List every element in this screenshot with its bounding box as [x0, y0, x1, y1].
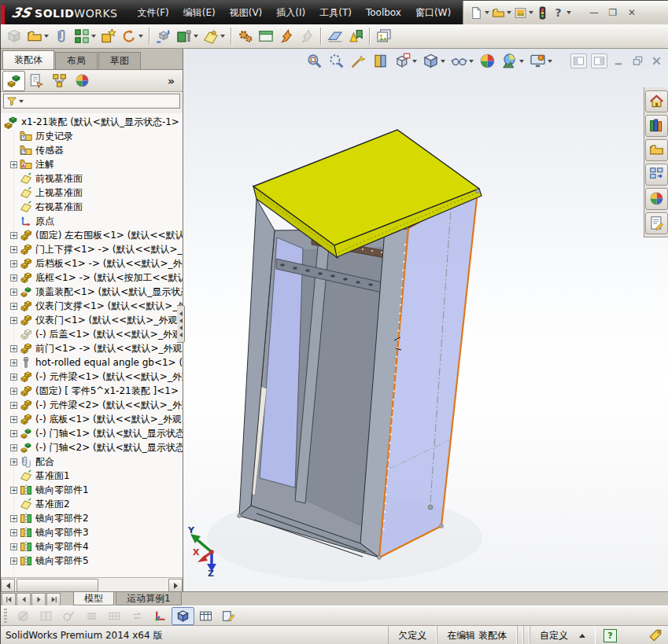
- expand-toggle[interactable]: [10, 558, 17, 565]
- toolbar-button[interactable]: [153, 26, 174, 46]
- toolbar-button[interactable]: [345, 26, 366, 46]
- expand-toggle[interactable]: [10, 246, 17, 253]
- panel-overflow-chevron[interactable]: »: [168, 75, 175, 87]
- quick-button[interactable]: ?: [552, 6, 571, 20]
- toolbar-button[interactable]: [374, 26, 394, 46]
- dropdown-arrow-icon[interactable]: [194, 35, 198, 38]
- feature-tree-item[interactable]: (-) 后盖<1> (默认<<默认>_外观: [1, 327, 183, 341]
- toolbar-button[interactable]: [235, 26, 256, 46]
- toolbar-button[interactable]: [276, 26, 297, 46]
- menu-item[interactable]: 编辑(E): [176, 1, 223, 24]
- quick-button[interactable]: [514, 6, 533, 20]
- feature-tree-item[interactable]: 镜向零部件3: [1, 525, 183, 539]
- feature-tree-item[interactable]: 后档板<1> -> (默认<<默认>_外观: [1, 256, 183, 270]
- tab-nav-button[interactable]: [31, 593, 46, 606]
- feature-tree-item[interactable]: 配合: [1, 454, 183, 469]
- toolbar-button[interactable]: [174, 26, 201, 46]
- expand-toggle[interactable]: [10, 289, 17, 296]
- feature-tree-item[interactable]: hot-rolled equal angle gb<1> (: [1, 355, 183, 370]
- feature-tree-item[interactable]: 原点: [1, 214, 183, 228]
- motion-toolbar-button[interactable]: [149, 607, 172, 625]
- feature-tree-item[interactable]: 镜向零部件1: [1, 483, 183, 497]
- motion-toolbar-button[interactable]: [57, 607, 80, 625]
- dropdown-arrow-icon[interactable]: [91, 35, 96, 38]
- feature-tree-item[interactable]: 顶盖装配<1> (默认<默认_显示状态: [1, 285, 183, 299]
- filter-funnel-icon[interactable]: [6, 96, 17, 107]
- toolbar-button[interactable]: [369, 28, 371, 45]
- command-tab[interactable]: 草图: [98, 52, 141, 69]
- expand-toggle[interactable]: [10, 515, 17, 522]
- motion-toolbar-button[interactable]: [194, 607, 217, 625]
- tree-horizontal-scrollbar[interactable]: [1, 577, 183, 591]
- view-tool-button[interactable]: [372, 53, 389, 69]
- task-pane-button[interactable]: [645, 139, 668, 161]
- view-tool-button[interactable]: [328, 53, 345, 69]
- feature-tree-item[interactable]: 镜向零部件4: [1, 539, 183, 554]
- toolbar-button[interactable]: [119, 26, 146, 46]
- task-pane-button[interactable]: [645, 115, 668, 137]
- unit-system-cell[interactable]: 自定义: [530, 626, 596, 644]
- view-tool-button[interactable]: [394, 53, 417, 69]
- quick-button[interactable]: [470, 6, 489, 20]
- scroll-left-button[interactable]: [1, 579, 15, 592]
- feature-tree-item[interactable]: 镜向零部件2: [1, 511, 183, 525]
- dropdown-arrow-icon[interactable]: [567, 11, 571, 14]
- expand-toggle[interactable]: [10, 374, 17, 381]
- feature-tree-item[interactable]: 历史记录: [1, 129, 183, 143]
- task-pane-button[interactable]: [645, 164, 668, 186]
- feature-tree-item[interactable]: 前门<1> -> (默认<<默认>_外观 显: [1, 341, 183, 355]
- toolbar-button[interactable]: [24, 26, 51, 46]
- menu-item[interactable]: 文件(F): [131, 1, 176, 24]
- toolbar-button[interactable]: [231, 28, 232, 45]
- feature-tree-item[interactable]: (-) 门轴<2> (默认<默认_显示状态: [1, 440, 183, 454]
- motion-toolbar-button[interactable]: [80, 607, 103, 625]
- feature-tree-item[interactable]: 右视基准面: [1, 200, 183, 214]
- view-tool-button[interactable]: [423, 53, 445, 69]
- feature-tree-item[interactable]: (固定) [ 零件5^x1-21装配 ]<1>: [1, 384, 183, 398]
- toolbar-button[interactable]: [98, 26, 119, 46]
- minimize-button[interactable]: —: [585, 5, 603, 20]
- toolbar-button[interactable]: [51, 26, 72, 46]
- toolbar-button[interactable]: [325, 26, 345, 46]
- quick-button[interactable]: [536, 6, 549, 20]
- expand-toggle[interactable]: [10, 317, 17, 324]
- toolbar-button[interactable]: [72, 26, 98, 46]
- menu-item[interactable]: Toolbox: [359, 1, 408, 24]
- dropdown-arrow-icon[interactable]: [441, 60, 445, 63]
- menu-item[interactable]: 插入(I): [269, 1, 312, 24]
- expand-toggle[interactable]: [10, 359, 17, 366]
- expand-toggle[interactable]: [10, 458, 17, 466]
- filter-field[interactable]: [3, 94, 180, 109]
- feature-tree-item[interactable]: (-) 门轴<1> (默认<默认_显示状态: [1, 426, 183, 440]
- dropdown-arrow-icon[interactable]: [220, 35, 225, 38]
- view-tool-button[interactable]: [306, 53, 323, 69]
- feature-tree-item[interactable]: (-) 元件梁<1> (默认<<默认>_外观: [1, 370, 183, 384]
- panel-splitter-handle[interactable]: [177, 305, 185, 343]
- command-tab[interactable]: 装配体: [2, 50, 54, 69]
- motion-toolbar-button[interactable]: [217, 607, 240, 625]
- feature-tree-item[interactable]: x1-21装配 (默认<默认_显示状态-1>: [1, 115, 183, 129]
- scrollbar-thumb[interactable]: [17, 579, 98, 592]
- expand-toggle[interactable]: [10, 529, 17, 536]
- document-tab[interactable]: 模型: [73, 592, 114, 605]
- feature-tree-item[interactable]: 基准面1: [1, 469, 183, 483]
- view-tool-button[interactable]: [451, 53, 474, 69]
- dropdown-arrow-icon[interactable]: [485, 11, 489, 14]
- toolbar-grip[interactable]: [4, 609, 7, 623]
- cabinet-assembly-model[interactable]: [183, 49, 668, 591]
- feature-tree-item[interactable]: 上视基准面: [1, 186, 183, 200]
- dropdown-arrow-icon[interactable]: [548, 60, 552, 63]
- view-tool-button[interactable]: [530, 53, 552, 69]
- dropdown-arrow-icon[interactable]: [44, 35, 49, 38]
- expand-toggle[interactable]: [10, 416, 17, 423]
- unit-dropdown-arrow-icon[interactable]: [579, 634, 585, 638]
- task-pane-button[interactable]: [645, 188, 668, 210]
- feature-tree-item[interactable]: (固定) 左右围板<1> (默认<<默认: [1, 228, 183, 242]
- motion-toolbar-button[interactable]: [35, 607, 57, 625]
- menu-item[interactable]: 窗口(W): [408, 1, 458, 24]
- dropdown-arrow-icon[interactable]: [519, 60, 524, 63]
- dropdown-arrow-icon[interactable]: [529, 11, 533, 14]
- expand-toggle[interactable]: [10, 402, 17, 409]
- panel-tab[interactable]: [25, 71, 48, 91]
- tab-nav-button[interactable]: [2, 593, 16, 606]
